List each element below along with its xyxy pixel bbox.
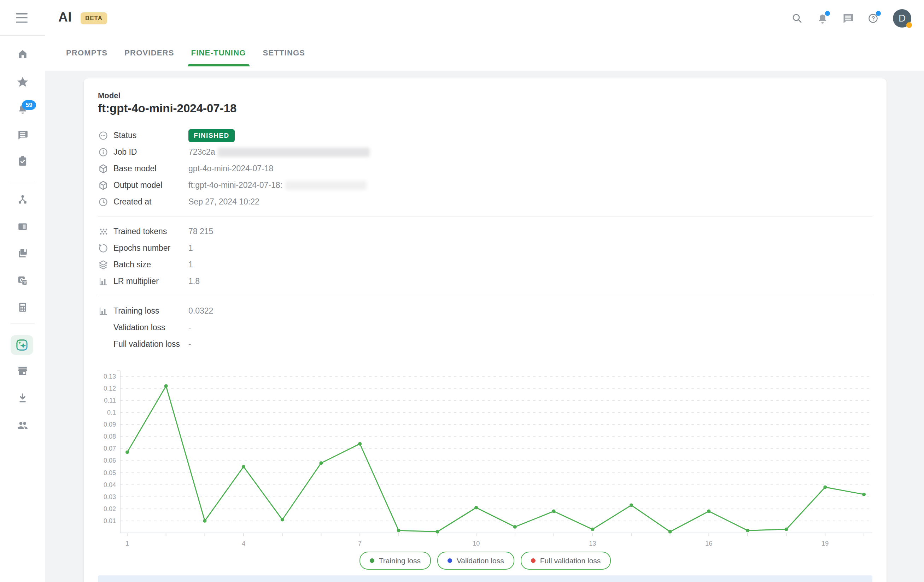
- search-button[interactable]: [791, 12, 803, 25]
- avatar[interactable]: D: [893, 9, 911, 28]
- created-at-value: Sep 27, 2024 10:22: [188, 197, 259, 207]
- sidebar-item-translate[interactable]: G文: [0, 275, 45, 286]
- help-button[interactable]: ?: [868, 12, 879, 25]
- full-validation-loss-value: -: [188, 339, 191, 349]
- tab-fine-tuning[interactable]: FINE-TUNING: [191, 39, 246, 67]
- row-base-model: Base model gpt-4o-mini-2024-07-18: [98, 160, 873, 177]
- package-icon: [98, 180, 109, 191]
- svg-text:0.12: 0.12: [104, 385, 116, 392]
- clipboard-check-icon: [17, 156, 28, 167]
- row-label: Trained tokens: [114, 227, 188, 236]
- training-param-rows: Trained tokens 78 215 Epochs number 1 Ba…: [98, 223, 873, 289]
- legend-validation-loss[interactable]: Validation loss: [437, 552, 514, 570]
- info-icon: [98, 147, 109, 158]
- svg-text:0.1: 0.1: [107, 409, 116, 416]
- row-trained-tokens: Trained tokens 78 215: [98, 223, 873, 240]
- status-icon: [98, 130, 109, 141]
- active-tab-underline: [188, 64, 249, 66]
- row-output-model: Output model ft:gpt-4o-mini-2024-07-18:: [98, 177, 873, 194]
- sidebar: 59 G文: [0, 0, 46, 582]
- sidebar-item-ai-active[interactable]: [11, 335, 33, 355]
- sidebar-item-favorites[interactable]: [0, 76, 45, 88]
- row-full-validation-loss: Full validation loss -: [98, 336, 873, 352]
- sidebar-item-calculator[interactable]: [0, 302, 45, 313]
- row-epochs: Epochs number 1: [98, 240, 873, 256]
- row-validation-loss: Validation loss -: [98, 319, 873, 336]
- training-loss-chart: 0.010.020.030.040.050.060.070.080.090.10…: [98, 368, 876, 553]
- app-title: AI: [58, 10, 72, 25]
- sidebar-item-library[interactable]: [0, 248, 45, 259]
- loss-rows: Training loss 0.0322 Validation loss - F…: [98, 303, 873, 352]
- svg-text:4: 4: [242, 540, 245, 547]
- tab-providers[interactable]: PROVIDERS: [124, 39, 174, 67]
- svg-text:10: 10: [473, 540, 480, 547]
- menu-hamburger-icon[interactable]: [16, 13, 28, 23]
- legend-label: Validation loss: [457, 557, 504, 565]
- chart-legend: Training loss Validation loss Full valid…: [98, 552, 873, 570]
- row-label: Epochs number: [114, 243, 188, 253]
- row-batch-size: Batch size 1: [98, 256, 873, 273]
- section-label: Model: [98, 91, 120, 100]
- batch-size-value: 1: [188, 260, 193, 270]
- svg-text:0.04: 0.04: [104, 481, 116, 488]
- model-info-rows: Status FINISHED Job ID 723c2a Base model…: [98, 127, 873, 210]
- top-header: AI BETA PROMPTS PROVIDERS FINE-TUNING SE…: [45, 0, 924, 71]
- job-id-value: 723c2a: [188, 147, 215, 157]
- sidebar-item-tasks[interactable]: [0, 156, 45, 167]
- row-label: Full validation loss: [114, 339, 188, 349]
- redacted-text: [285, 181, 366, 190]
- sidebar-item-panel[interactable]: [0, 221, 45, 232]
- chat-icon: [842, 12, 854, 25]
- sidebar-item-store[interactable]: [0, 365, 45, 376]
- svg-text:0.06: 0.06: [104, 457, 116, 464]
- layers-icon: [98, 260, 109, 270]
- output-model-value: ft:gpt-4o-mini-2024-07-18:: [188, 181, 282, 190]
- row-job-id: Job ID 723c2a: [98, 144, 873, 160]
- trained-tokens-value: 78 215: [188, 227, 213, 236]
- legend-full-validation-loss[interactable]: Full validation loss: [521, 552, 611, 570]
- redacted-text: [218, 148, 370, 157]
- svg-text:0.07: 0.07: [104, 445, 116, 452]
- sidebar-item-workflows[interactable]: [0, 194, 45, 205]
- package-icon: [98, 163, 109, 174]
- legend-training-loss[interactable]: Training loss: [360, 552, 431, 570]
- training-loss-value: 0.0322: [188, 306, 213, 316]
- epochs-value: 1: [188, 243, 193, 253]
- svg-text:0.05: 0.05: [104, 469, 116, 477]
- svg-text:16: 16: [705, 540, 712, 547]
- svg-text:0.01: 0.01: [104, 517, 116, 524]
- svg-text:0.11: 0.11: [104, 397, 116, 404]
- tab-bar: PROMPTS PROVIDERS FINE-TUNING SETTINGS: [66, 39, 305, 67]
- sidebar-item-users[interactable]: [0, 419, 45, 431]
- tab-prompts[interactable]: PROMPTS: [66, 39, 107, 67]
- divider: [98, 217, 873, 217]
- svg-text:文: 文: [23, 280, 27, 284]
- row-training-loss: Training loss 0.0322: [98, 303, 873, 319]
- search-icon: [791, 12, 803, 25]
- row-label: Status: [114, 131, 188, 140]
- sidebar-item-home[interactable]: [0, 48, 45, 60]
- row-lr-multiplier: LR multiplier 1.8: [98, 273, 873, 289]
- star-icon: [16, 76, 29, 88]
- chart-canvas: 0.010.020.030.040.050.060.070.080.090.10…: [98, 368, 876, 553]
- feedback-button[interactable]: [842, 12, 854, 25]
- row-label: Validation loss: [114, 323, 188, 332]
- rotate-icon: [98, 243, 109, 253]
- legend-dot-red: [531, 558, 536, 563]
- model-name: ft:gpt-4o-mini-2024-07-18: [98, 102, 236, 115]
- bar-chart-icon: [98, 306, 109, 316]
- svg-text:0.09: 0.09: [104, 421, 116, 428]
- translate-icon: G文: [17, 275, 28, 286]
- row-label: Output model: [114, 181, 188, 190]
- notifications-button[interactable]: [817, 12, 828, 25]
- header-actions: ? D: [791, 9, 911, 28]
- grain-icon: [98, 226, 109, 237]
- sidebar-item-chat[interactable]: [0, 129, 45, 141]
- svg-text:0.02: 0.02: [104, 505, 116, 513]
- legend-dot-green: [370, 558, 375, 563]
- sidebar-item-downloads[interactable]: [0, 392, 45, 404]
- help-dot: [876, 11, 881, 16]
- notification-count-badge: 59: [22, 100, 36, 110]
- model-card: Model ft:gpt-4o-mini-2024-07-18 Status F…: [84, 78, 886, 582]
- tab-settings[interactable]: SETTINGS: [263, 39, 305, 67]
